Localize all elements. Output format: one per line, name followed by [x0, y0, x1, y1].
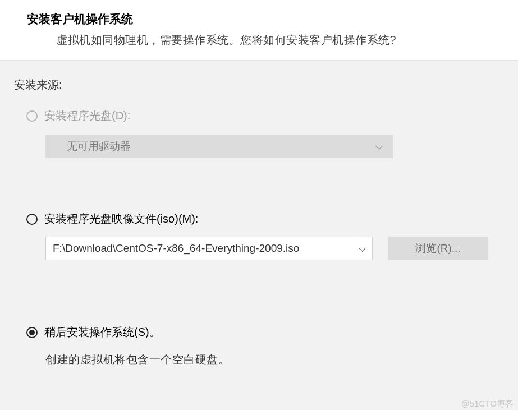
page-subtitle: 虚拟机如同物理机，需要操作系统。您将如何安装客户机操作系统? [27, 33, 491, 48]
option-later-row[interactable]: 稍后安装操作系统(S)。 [26, 325, 518, 340]
option-iso-row[interactable]: 安装程序光盘映像文件(iso)(M): [26, 211, 518, 227]
option-iso-block: 安装程序光盘映像文件(iso)(M): F:\Download\CentOS-7… [26, 211, 518, 260]
disc-drive-dropdown: 无可用驱动器 [45, 135, 393, 158]
option-later-block: 稍后安装操作系统(S)。 创建的虚拟机将包含一个空白硬盘。 [26, 325, 518, 367]
option-later-label: 稍后安装操作系统(S)。 [44, 325, 161, 340]
iso-path-dropdown-button[interactable] [352, 237, 372, 260]
disc-drive-dropdown-text: 无可用驱动器 [67, 139, 131, 154]
radio-iso[interactable] [26, 214, 38, 225]
install-source-options: 安装程序光盘(D): 无可用驱动器 安装程序光盘映像文件(iso)(M): F:… [26, 108, 518, 367]
option-later-hint: 创建的虚拟机将包含一个空白硬盘。 [45, 352, 518, 367]
iso-path-row: F:\Download\CentOS-7-x86_64-Everything-2… [45, 237, 518, 260]
chevron-down-icon [359, 244, 366, 252]
iso-path-text[interactable]: F:\Download\CentOS-7-x86_64-Everything-2… [46, 242, 352, 255]
watermark: @51CTO博客 [461, 399, 514, 409]
radio-later[interactable] [26, 327, 38, 338]
radio-disc [26, 110, 38, 122]
option-disc-block: 安装程序光盘(D): 无可用驱动器 [26, 108, 518, 158]
iso-path-combobox[interactable]: F:\Download\CentOS-7-x86_64-Everything-2… [45, 237, 373, 260]
install-source-label: 安装来源: [14, 77, 518, 93]
browse-button[interactable]: 浏览(R)... [388, 237, 488, 260]
wizard-body: 安装来源: 安装程序光盘(D): 无可用驱动器 安装程序光盘映像文件(iso)(… [0, 60, 518, 410]
chevron-down-icon [375, 142, 383, 150]
option-disc-row: 安装程序光盘(D): [26, 108, 518, 123]
wizard-header: 安装客户机操作系统 虚拟机如同物理机，需要操作系统。您将如何安装客户机操作系统? [0, 0, 518, 60]
page-title: 安装客户机操作系统 [27, 11, 491, 27]
option-disc-label: 安装程序光盘(D): [44, 108, 130, 123]
option-iso-label: 安装程序光盘映像文件(iso)(M): [44, 211, 198, 227]
